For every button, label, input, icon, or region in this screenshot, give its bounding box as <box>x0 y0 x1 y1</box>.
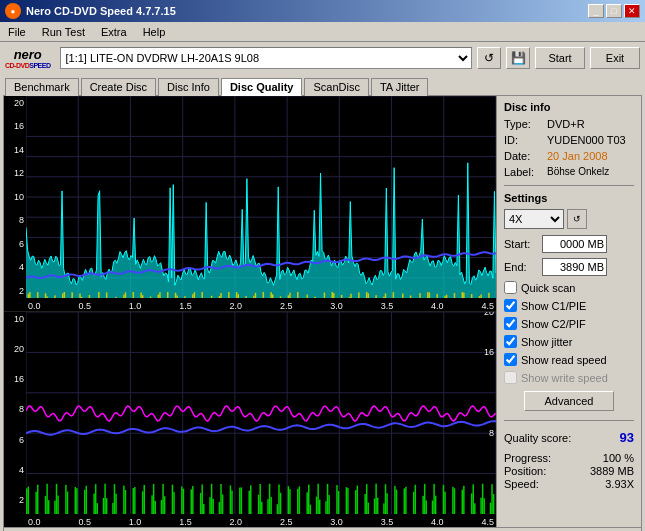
tab-disc-quality[interactable]: Disc Quality <box>221 78 303 96</box>
y-label-6: 6 <box>19 239 24 249</box>
position-value: 3889 MB <box>590 465 634 477</box>
y-label-20: 20 <box>14 98 24 108</box>
progress-row: Progress: 100 % <box>504 452 634 464</box>
checkbox-show-c2pif: Show C2/PIF <box>504 317 634 330</box>
show-c2pif-checkbox[interactable] <box>504 317 517 330</box>
show-jitter-label: Show jitter <box>521 336 572 348</box>
checkbox-show-c1pie: Show C1/PIE <box>504 299 634 312</box>
progress-section: Progress: 100 % Position: 3889 MB Speed:… <box>504 451 634 491</box>
top-chart-canvas <box>26 96 496 298</box>
speed-label-progress: Speed: <box>504 478 539 490</box>
menu-run-test[interactable]: Run Test <box>39 25 88 39</box>
disc-date-row: Date: 20 Jan 2008 <box>504 150 634 162</box>
show-write-speed-checkbox[interactable] <box>504 371 517 384</box>
top-chart-canvas-container: 0.0 0.5 1.0 1.5 2.0 2.5 3.0 3.5 4.0 4.5 <box>26 96 496 311</box>
y-label-10: 10 <box>14 192 24 202</box>
type-label: Type: <box>504 118 544 130</box>
checkbox-quick-scan: Quick scan <box>504 281 634 294</box>
quality-label: Quality score: <box>504 432 571 444</box>
right-panel: Disc info Type: DVD+R ID: YUDEN000 T03 D… <box>496 96 641 527</box>
nero-logo: nero CD-DVDSPEED <box>5 47 50 69</box>
window-title: Nero CD-DVD Speed 4.7.7.15 <box>26 5 176 17</box>
separator-1 <box>504 185 634 186</box>
date-value: 20 Jan 2008 <box>547 150 608 162</box>
end-mb-row: End: <box>504 258 634 276</box>
y-label-2: 2 <box>19 286 24 296</box>
show-write-speed-label: Show write speed <box>521 372 608 384</box>
speed-row-progress: Speed: 3.93X <box>504 478 634 490</box>
save-icon-button[interactable]: 💾 <box>506 47 530 69</box>
drive-select[interactable]: [1:1] LITE-ON DVDRW LH-20A1S 9L08 <box>60 47 472 69</box>
menu-bar: File Run Test Extra Help <box>0 22 645 42</box>
position-row: Position: 3889 MB <box>504 465 634 477</box>
disc-id-row: ID: YUDEN000 T03 <box>504 134 634 146</box>
quick-scan-checkbox[interactable] <box>504 281 517 294</box>
tab-benchmark[interactable]: Benchmark <box>5 78 79 96</box>
advanced-button[interactable]: Advanced <box>524 391 614 411</box>
show-read-speed-checkbox[interactable] <box>504 353 517 366</box>
show-c1pie-checkbox[interactable] <box>504 299 517 312</box>
chart-area: 20 16 14 12 10 8 6 4 2 0.0 0.5 1.0 1.5 <box>4 96 496 527</box>
menu-extra[interactable]: Extra <box>98 25 130 39</box>
show-jitter-checkbox[interactable] <box>504 335 517 348</box>
y-label-16: 16 <box>14 121 24 131</box>
speed-row: 4X ↺ <box>504 209 634 229</box>
start-mb-row: Start: <box>504 235 634 253</box>
tab-bar: Benchmark Create Disc Disc Info Disc Qua… <box>0 74 645 95</box>
x-axis-bottom: 0.0 0.5 1.0 1.5 2.0 2.5 3.0 3.5 4.0 4.5 <box>26 517 496 527</box>
speed-select[interactable]: 4X <box>504 209 564 229</box>
tab-create-disc[interactable]: Create Disc <box>81 78 156 96</box>
y-label-8: 8 <box>19 215 24 225</box>
disc-type-row: Type: DVD+R <box>504 118 634 130</box>
close-button[interactable]: ✕ <box>624 4 640 18</box>
bottom-chart-canvas-container: 0.0 0.5 1.0 1.5 2.0 2.5 3.0 3.5 4.0 4.5 <box>26 312 496 527</box>
progress-value: 100 % <box>603 452 634 464</box>
main-content: 20 16 14 12 10 8 6 4 2 0.0 0.5 1.0 1.5 <box>3 95 642 528</box>
label-value: Böhse Onkelz <box>547 166 609 178</box>
quick-scan-label: Quick scan <box>521 282 575 294</box>
tab-scan-disc[interactable]: ScanDisc <box>304 78 368 96</box>
label-label: Label: <box>504 166 544 178</box>
y-label-4: 4 <box>19 262 24 272</box>
end-label: End: <box>504 261 539 273</box>
start-label: Start: <box>504 238 539 250</box>
settings-title: Settings <box>504 192 634 204</box>
y-axis-top: 20 16 14 12 10 8 6 4 2 <box>4 96 26 311</box>
speed-icon-button[interactable]: ↺ <box>567 209 587 229</box>
checkbox-show-read-speed: Show read speed <box>504 353 634 366</box>
exit-button[interactable]: Exit <box>590 47 640 69</box>
x-axis-top: 0.0 0.5 1.0 1.5 2.0 2.5 3.0 3.5 4.0 4.5 <box>26 301 496 311</box>
checkbox-show-jitter: Show jitter <box>504 335 634 348</box>
minimize-button[interactable]: _ <box>588 4 604 18</box>
checkbox-show-write-speed: Show write speed <box>504 371 634 384</box>
id-label: ID: <box>504 134 544 146</box>
show-read-speed-label: Show read speed <box>521 354 607 366</box>
start-button[interactable]: Start <box>535 47 585 69</box>
menu-file[interactable]: File <box>5 25 29 39</box>
y-label-14: 14 <box>14 145 24 155</box>
bottom-chart-canvas <box>26 312 496 514</box>
toolbar: nero CD-DVDSPEED [1:1] LITE-ON DVDRW LH-… <box>0 42 645 74</box>
date-label: Date: <box>504 150 544 162</box>
progress-label: Progress: <box>504 452 551 464</box>
position-label: Position: <box>504 465 546 477</box>
quality-score: 93 <box>620 430 634 445</box>
refresh-icon-button[interactable]: ↺ <box>477 47 501 69</box>
show-c1pie-label: Show C1/PIE <box>521 300 586 312</box>
end-input[interactable] <box>542 258 607 276</box>
y-axis-bottom: 10 20 16 8 6 4 2 <box>4 312 26 527</box>
tab-ta-jitter[interactable]: TA Jitter <box>371 78 429 96</box>
type-value: DVD+R <box>547 118 585 130</box>
app-icon: ● <box>5 3 21 19</box>
menu-help[interactable]: Help <box>140 25 169 39</box>
quality-row: Quality score: 93 <box>504 430 634 445</box>
separator-2 <box>504 420 634 421</box>
start-input[interactable] <box>542 235 607 253</box>
window-controls[interactable]: _ □ ✕ <box>588 4 640 18</box>
speed-value-progress: 3.93X <box>605 478 634 490</box>
y-label-12: 12 <box>14 168 24 178</box>
maximize-button[interactable]: □ <box>606 4 622 18</box>
id-value: YUDEN000 T03 <box>547 134 626 146</box>
tab-disc-info[interactable]: Disc Info <box>158 78 219 96</box>
disc-info-title: Disc info <box>504 101 634 113</box>
